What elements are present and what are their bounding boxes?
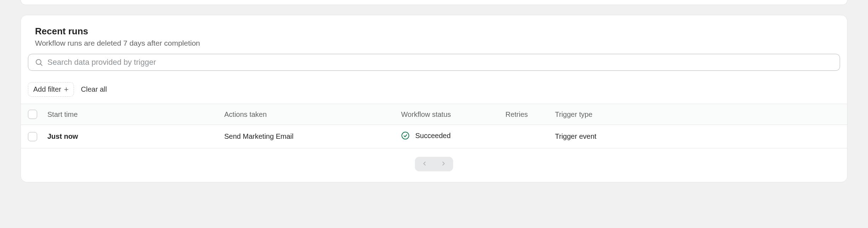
- runs-table: Start time Actions taken Workflow status…: [21, 104, 847, 148]
- col-header-trigger-type[interactable]: Trigger type: [555, 110, 840, 119]
- chevron-left-icon: [421, 160, 428, 168]
- table-header-row: Start time Actions taken Workflow status…: [21, 104, 847, 125]
- row-checkbox[interactable]: [28, 132, 37, 141]
- pagination: [21, 148, 847, 182]
- col-header-workflow-status[interactable]: Workflow status: [401, 110, 505, 119]
- card-title: Recent runs: [35, 26, 833, 37]
- search-input[interactable]: [47, 58, 833, 67]
- cell-workflow-status: Succeeded: [401, 131, 505, 142]
- add-filter-label: Add filter: [33, 85, 61, 93]
- cell-actions-taken: Send Marketing Email: [224, 132, 401, 141]
- chevron-right-icon: [440, 160, 447, 168]
- search-box[interactable]: [28, 54, 840, 71]
- clear-all-button[interactable]: Clear all: [81, 85, 107, 93]
- table-row[interactable]: Just now Send Marketing Email Succeeded: [21, 125, 847, 148]
- cell-trigger-type: Trigger event: [555, 132, 840, 141]
- filters-row: Add filter + Clear all: [21, 77, 847, 104]
- select-all-checkbox[interactable]: [28, 110, 37, 119]
- recent-runs-card: Recent runs Workflow runs are deleted 7 …: [21, 15, 847, 182]
- card-subtitle: Workflow runs are deleted 7 days after c…: [35, 39, 833, 47]
- plus-icon: +: [64, 86, 69, 93]
- col-header-retries[interactable]: Retries: [505, 110, 555, 119]
- col-header-actions-taken[interactable]: Actions taken: [224, 110, 401, 119]
- previous-card-bottom: [21, 0, 847, 5]
- success-check-icon: [401, 131, 410, 140]
- next-page-button[interactable]: [434, 157, 453, 171]
- svg-point-2: [402, 132, 409, 139]
- svg-line-1: [41, 64, 42, 66]
- search-icon: [35, 58, 43, 67]
- status-text: Succeeded: [415, 132, 451, 140]
- prev-page-button[interactable]: [415, 157, 434, 171]
- add-filter-button[interactable]: Add filter +: [28, 82, 74, 97]
- card-header: Recent runs Workflow runs are deleted 7 …: [21, 15, 847, 54]
- cell-start-time: Just now: [47, 132, 224, 141]
- col-header-start-time[interactable]: Start time: [47, 110, 224, 119]
